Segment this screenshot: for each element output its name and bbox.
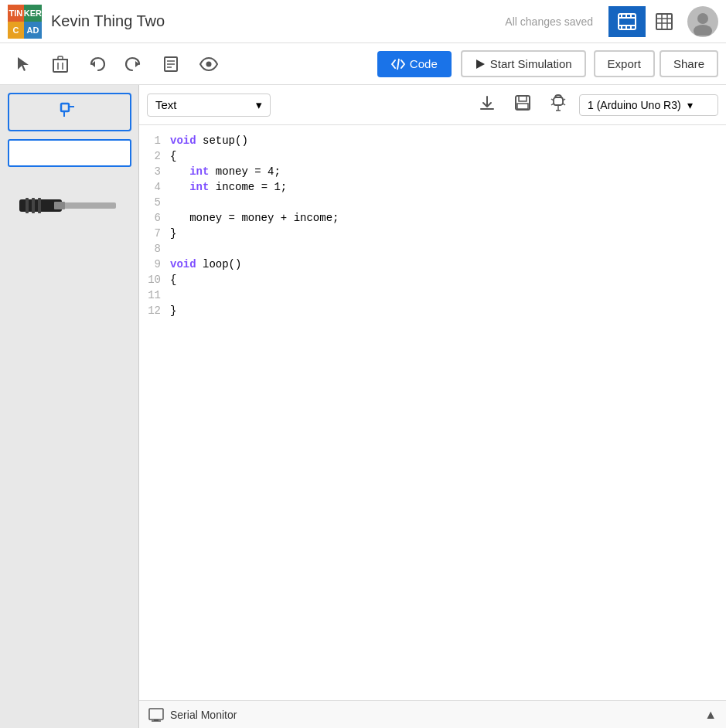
logo-ker: KER	[24, 5, 42, 22]
undo-icon	[88, 56, 105, 73]
svg-point-15	[694, 25, 712, 36]
download-icon	[479, 94, 496, 111]
debug-button[interactable]	[544, 91, 573, 118]
serial-monitor-icon	[148, 708, 164, 722]
svg-rect-5	[630, 14, 632, 17]
undo-button[interactable]	[80, 51, 113, 77]
device-select[interactable]: 1 (Arduino Uno R3) ▾	[579, 94, 718, 116]
table-icon	[655, 12, 673, 31]
svg-rect-39	[54, 202, 65, 209]
notes-icon	[162, 56, 179, 73]
table-row: 6 money = money + income;	[139, 210, 726, 226]
svg-rect-51	[149, 709, 163, 719]
svg-rect-35	[26, 198, 29, 213]
code-type-chevron: ▾	[256, 98, 262, 112]
component-box	[8, 139, 131, 167]
logo: TIN KER C AD	[8, 5, 42, 39]
eye-button[interactable]	[192, 53, 226, 76]
download-button[interactable]	[472, 91, 502, 118]
export-btn-label: Export	[608, 57, 641, 70]
table-row: 10 {	[139, 272, 726, 287]
fit-screen-icon	[60, 102, 80, 122]
notes-button[interactable]	[155, 51, 187, 77]
svg-rect-36	[32, 198, 35, 213]
avatar[interactable]	[687, 6, 718, 37]
start-simulation-button[interactable]: Start Simulation	[461, 50, 586, 77]
table-row: 7 }	[139, 226, 726, 241]
svg-rect-2	[619, 25, 636, 26]
trash-icon	[53, 56, 68, 73]
svg-line-47	[551, 104, 554, 105]
select-tool-button[interactable]	[8, 51, 40, 77]
serial-monitor-bar[interactable]: Serial Monitor ▲	[139, 700, 726, 728]
logo-c: C	[8, 22, 24, 39]
svg-point-28	[206, 61, 212, 66]
redo-icon	[125, 56, 142, 73]
table-row: 3 int money = 4;	[139, 164, 726, 179]
save-status: All changes saved	[505, 15, 593, 28]
svg-rect-4	[625, 14, 627, 17]
select-icon	[15, 56, 32, 73]
svg-rect-38	[62, 202, 116, 209]
svg-rect-9	[656, 14, 672, 29]
device-chevron: ▾	[687, 99, 693, 111]
table-row: 9 void loop()	[139, 257, 726, 272]
table-row: 5	[139, 195, 726, 210]
svg-marker-30	[476, 60, 485, 69]
svg-rect-17	[53, 60, 67, 72]
save-icon	[514, 94, 531, 111]
table-row: 4 int income = 1;	[139, 179, 726, 195]
share-btn-label: Share	[673, 57, 704, 70]
table-row: 2 {	[139, 148, 726, 164]
table-row: 12 }	[139, 303, 726, 318]
film-icon	[617, 12, 637, 32]
table-row: 1 void setup()	[139, 133, 726, 148]
svg-rect-19	[58, 56, 63, 60]
code-panel: Text ▾	[139, 85, 726, 728]
save-button[interactable]	[508, 91, 537, 118]
export-button[interactable]: Export	[594, 50, 655, 77]
cable-icon	[19, 190, 120, 221]
toolbar: Code Start Simulation Export Share	[0, 43, 726, 85]
svg-rect-7	[625, 26, 627, 29]
eye-icon	[199, 57, 218, 71]
svg-rect-6	[621, 26, 622, 29]
svg-rect-43	[517, 104, 528, 109]
svg-rect-31	[61, 104, 69, 111]
table-row: 11	[139, 287, 726, 303]
device-label: 1 (Arduino Uno R3)	[588, 99, 681, 111]
svg-point-14	[697, 13, 708, 24]
table-view-button[interactable]	[646, 6, 683, 37]
svg-rect-37	[38, 198, 41, 213]
svg-rect-44	[554, 97, 563, 105]
sim-btn-label: Start Simulation	[490, 57, 572, 70]
serial-monitor-label: Serial Monitor	[170, 709, 698, 721]
code-toolbar: Text ▾	[139, 85, 726, 125]
svg-line-48	[563, 104, 565, 105]
code-type-select[interactable]: Text ▾	[147, 94, 271, 117]
fit-to-screen-button[interactable]	[8, 93, 131, 131]
code-button[interactable]: Code	[377, 51, 452, 77]
svg-rect-42	[519, 96, 527, 101]
page-title: Kevin Thing Two	[51, 12, 505, 30]
code-editor[interactable]: 1 void setup() 2 { 3 int money = 4; 4 in…	[139, 125, 726, 700]
logo-ad: AD	[24, 22, 42, 39]
svg-rect-1	[619, 17, 636, 19]
main-area: Text ▾	[0, 85, 726, 728]
cable-component	[19, 190, 120, 221]
share-button[interactable]: Share	[660, 50, 718, 77]
redo-button[interactable]	[118, 51, 150, 77]
svg-rect-3	[621, 14, 622, 17]
header: TIN KER C AD Kevin Thing Two All changes…	[0, 0, 726, 43]
delete-button[interactable]	[45, 51, 76, 77]
code-view-button[interactable]	[608, 6, 646, 37]
play-icon	[475, 59, 486, 70]
logo-tin: TIN	[8, 5, 24, 22]
user-avatar-icon	[689, 8, 717, 36]
sidebar	[0, 85, 139, 728]
serial-chevron-icon: ▲	[704, 708, 717, 722]
code-type-label: Text	[155, 98, 177, 111]
code-btn-label: Code	[410, 57, 438, 70]
debug-icon	[550, 94, 567, 111]
table-row: 8	[139, 241, 726, 257]
